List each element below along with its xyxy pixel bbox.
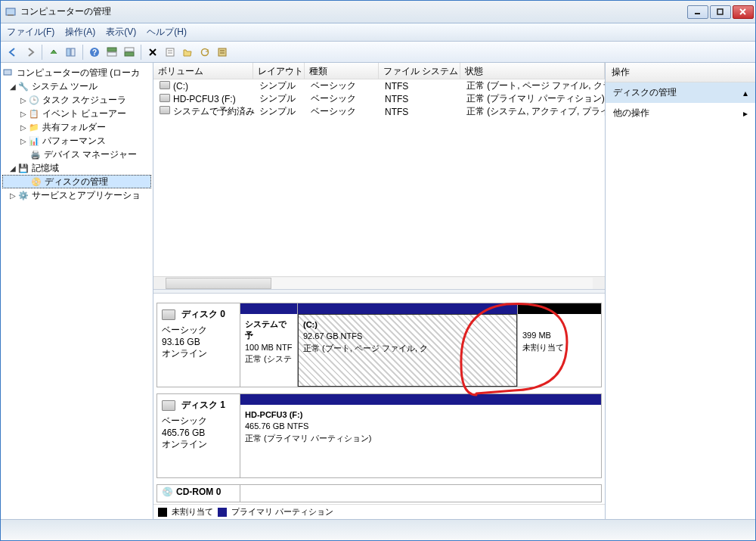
part-size: 100 MB NTF [245, 343, 292, 352]
device-icon: 🖨️ [29, 148, 42, 160]
menu-action[interactable]: 操作(A) [65, 26, 95, 39]
disk-1[interactable]: ディスク 1 ベーシック 465.76 GB オンライン HD-PCFU3 (F… [156, 393, 602, 478]
scrollbar-thumb[interactable] [166, 278, 271, 289]
partition-f[interactable]: HD-PCFU3 (F:) 465.76 GB NTFS 正常 (プライマリ パ… [240, 394, 601, 477]
up-button[interactable] [46, 45, 61, 60]
list-icon[interactable] [215, 45, 230, 60]
actions-other[interactable]: 他の操作 ▸ [606, 103, 755, 123]
collapse-icon[interactable]: ◢ [8, 164, 17, 173]
svg-rect-23 [4, 70, 11, 75]
expand-icon[interactable]: ▷ [8, 191, 17, 200]
maximize-button[interactable] [710, 5, 731, 19]
disk-0[interactable]: ディスク 0 ベーシック 93.16 GB オンライン システムで予 100 M… [156, 303, 602, 387]
close-button[interactable] [733, 5, 754, 19]
volume-row[interactable]: (C:) シンプル ベーシック NTFS 正常 (ブート, ページ ファイル, … [153, 79, 605, 92]
tree-label: イベント ビューアー [42, 107, 126, 120]
disk-label: CD-ROM 0 [176, 487, 221, 497]
minimize-button[interactable] [687, 5, 708, 19]
svg-rect-10 [107, 48, 116, 51]
disk-kind: ベーシック [162, 415, 235, 428]
menu-file[interactable]: ファイル(F) [7, 26, 54, 39]
back-button[interactable] [5, 45, 20, 60]
storage-icon: 💾 [17, 162, 29, 174]
disk-kind: ベーシック [162, 324, 235, 337]
tree-label: サービスとアプリケーショ [32, 189, 141, 202]
expand-icon[interactable]: ▷ [19, 96, 28, 104]
expand-icon[interactable]: ▷ [19, 123, 28, 132]
vol-layout: シンプル [255, 92, 306, 105]
expand-icon[interactable]: ▷ [19, 110, 28, 118]
cd-rom-0[interactable]: 💿 CD-ROM 0 [156, 484, 602, 502]
actions-pane: 操作 ディスクの管理 ▴ 他の操作 ▸ [606, 63, 755, 519]
folder-open-icon[interactable] [180, 45, 195, 60]
view-bottom-button[interactable] [122, 45, 137, 60]
vol-type: ベーシック [306, 79, 380, 92]
toolbar: ? [1, 42, 755, 63]
disk-icon [162, 309, 175, 320]
forward-button[interactable] [23, 45, 38, 60]
partition-unallocated[interactable]: 399 MB 未割り当て [518, 303, 601, 387]
actions-label: 他の操作 [613, 107, 649, 120]
tree-perf[interactable]: ▷ 📊 パフォーマンス [2, 134, 151, 148]
show-hide-button[interactable] [64, 45, 79, 60]
tree-event[interactable]: ▷ 📋 イベント ビューアー [2, 107, 151, 120]
partition-header [518, 303, 601, 314]
disk-state: オンライン [162, 438, 235, 451]
titlebar: コンピューターの管理 [1, 1, 755, 23]
vol-layout: シンプル [255, 79, 306, 92]
expand-icon[interactable]: ▷ [19, 137, 28, 145]
menu-help[interactable]: ヘルプ(H) [147, 26, 187, 39]
horizontal-scrollbar[interactable] [153, 276, 605, 289]
legend-swatch-unalloc [158, 508, 167, 517]
vol-fs: NTFS [380, 107, 462, 117]
nav-tree[interactable]: コンピューターの管理 (ローカ ◢ 🔧 システム ツール ▷ 🕒 タスク スケジ… [1, 63, 153, 519]
drive-icon [160, 81, 170, 89]
drive-icon [160, 106, 170, 114]
tree-label: コンピューターの管理 (ローカ [17, 67, 140, 79]
disk-size: 465.76 GB [162, 428, 235, 438]
properties-icon[interactable] [163, 45, 178, 60]
svg-rect-1 [8, 14, 14, 16]
disk-icon [162, 400, 175, 411]
refresh-icon[interactable] [197, 45, 212, 60]
status-bar [1, 519, 755, 540]
volume-row[interactable]: システムで予約済み シンプル ベーシック NTFS 正常 (システム, アクティ… [153, 105, 605, 118]
col-type[interactable]: 種類 [305, 63, 379, 79]
col-fs[interactable]: ファイル システム [379, 63, 460, 79]
disk-size: 93.16 GB [162, 337, 235, 347]
actions-diskmgmt[interactable]: ディスクの管理 ▴ [606, 82, 755, 103]
help-button[interactable]: ? [87, 45, 102, 60]
col-status[interactable]: 状態 [460, 63, 605, 79]
volume-grid[interactable]: (C:) シンプル ベーシック NTFS 正常 (ブート, ページ ファイル, … [153, 79, 605, 276]
partition-header [240, 303, 297, 314]
vol-name: システムで予約済み [173, 106, 255, 117]
part-status: 正常 (プライマリ パーティション) [245, 434, 371, 443]
partition-c[interactable]: (C:) 92.67 GB NTFS 正常 (ブート, ページ ファイル, ク [298, 303, 518, 387]
tree-systools[interactable]: ◢ 🔧 システム ツール [2, 79, 151, 93]
volume-row[interactable]: HD-PCFU3 (F:) シンプル ベーシック NTFS 正常 (プライマリ … [153, 92, 605, 105]
partition-system-reserved[interactable]: システムで予 100 MB NTF 正常 (システ [240, 303, 298, 387]
delete-icon[interactable] [145, 45, 160, 60]
tree-task[interactable]: ▷ 🕒 タスク スケジューラ [2, 93, 151, 107]
tree-shared[interactable]: ▷ 📁 共有フォルダー [2, 120, 151, 134]
svg-point-19 [202, 48, 209, 55]
col-volume[interactable]: ボリューム [153, 63, 253, 79]
disk-icon: 📀 [30, 176, 42, 188]
view-top-button[interactable] [104, 45, 119, 60]
tree-label: システム ツール [32, 80, 98, 93]
menu-view[interactable]: 表示(V) [106, 26, 136, 39]
collapse-icon[interactable]: ◢ [8, 82, 17, 91]
tree-devmgr[interactable]: 🖨️ デバイス マネージャー [2, 148, 151, 161]
svg-rect-12 [125, 48, 134, 51]
svg-rect-20 [218, 48, 226, 56]
tree-diskmgmt[interactable]: 📀 ディスクの管理 [2, 175, 151, 188]
tree-storage[interactable]: ◢ 💾 記憶域 [2, 161, 151, 175]
svg-rect-3 [717, 9, 723, 14]
volume-grid-header: ボリューム レイアウト 種類 ファイル システム 状態 [153, 63, 605, 79]
tree-svcapp[interactable]: ▷ ⚙️ サービスとアプリケーショ [2, 188, 151, 202]
col-layout[interactable]: レイアウト [253, 63, 305, 79]
svg-rect-16 [166, 48, 174, 56]
tree-label: パフォーマンス [42, 135, 106, 148]
tree-root[interactable]: コンピューターの管理 (ローカ [2, 66, 151, 79]
drive-icon [160, 94, 170, 102]
